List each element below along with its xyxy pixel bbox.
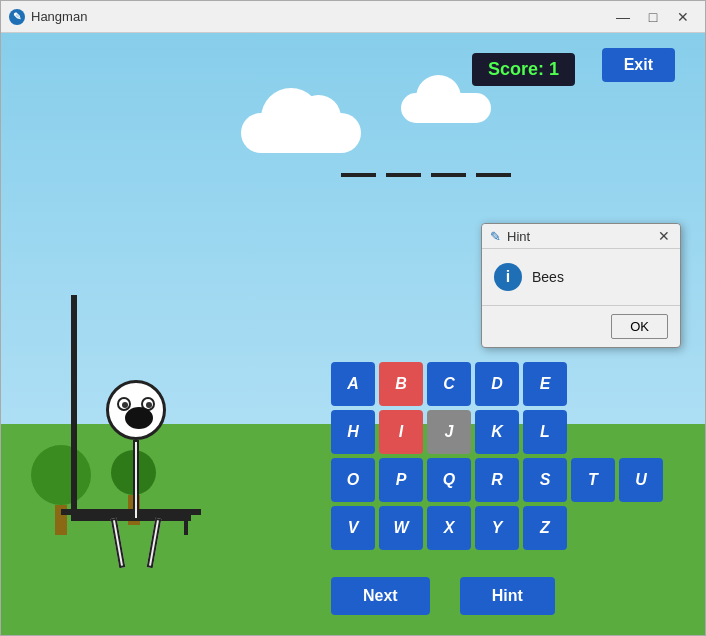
key-row-1: A B C D E [331,362,663,406]
key-U[interactable]: U [619,458,663,502]
hint-dialog-title: Hint [507,229,656,244]
hint-button[interactable]: Hint [460,577,555,615]
close-button[interactable]: ✕ [669,6,697,28]
key-J[interactable]: J [427,410,471,454]
keyboard: A B C D E H I J K L O P Q R S T [331,362,663,550]
key-row-3: O P Q R S T U [331,458,663,502]
key-V[interactable]: V [331,506,375,550]
key-R[interactable]: R [475,458,519,502]
exit-button[interactable]: Exit [602,48,675,82]
window-controls: — □ ✕ [609,6,697,28]
key-D[interactable]: D [475,362,519,406]
key-T[interactable]: T [571,458,615,502]
app-icon: ✎ [9,9,25,25]
score-display: Score: 1 [472,53,575,86]
maximize-button[interactable]: □ [639,6,667,28]
key-E[interactable]: E [523,362,567,406]
minimize-button[interactable]: — [609,6,637,28]
gallows-vertical-pole [71,295,77,515]
hint-dialog-close[interactable]: ✕ [656,228,672,244]
hint-dialog: ✎ Hint ✕ i Bees OK [481,223,681,348]
key-I[interactable]: I [379,410,423,454]
hint-content: Bees [532,269,564,285]
key-K[interactable]: K [475,410,519,454]
tree-1 [31,445,91,535]
character-shirt [108,447,168,502]
key-Y[interactable]: Y [475,506,519,550]
character-body [133,440,139,520]
title-bar: ✎ Hangman — □ ✕ [1,1,705,33]
next-button[interactable]: Next [331,577,430,615]
hint-ok-button[interactable]: OK [611,314,668,339]
key-A[interactable]: A [331,362,375,406]
hint-dialog-body: i Bees [482,249,680,305]
action-buttons: Next Hint [331,577,555,615]
word-dash-1 [341,173,376,177]
cloud-1 [241,113,361,153]
word-display [341,173,511,177]
key-row-2: H I J K L [331,410,663,454]
key-H[interactable]: H [331,410,375,454]
key-P[interactable]: P [379,458,423,502]
key-C[interactable]: C [427,362,471,406]
character-head [106,380,166,440]
hint-info-icon: i [494,263,522,291]
word-dash-3 [431,173,466,177]
key-W[interactable]: W [379,506,423,550]
word-dash-2 [386,173,421,177]
game-area: Score: 1 Exit A B C D E H I J K L O [1,33,705,635]
hangman-character [106,380,166,520]
cloud-2 [401,93,491,123]
key-L[interactable]: L [523,410,567,454]
window-title: Hangman [31,9,609,24]
hint-dialog-titlebar: ✎ Hint ✕ [482,224,680,249]
key-Z[interactable]: Z [523,506,567,550]
hint-title-icon: ✎ [490,229,501,244]
hint-dialog-footer: OK [482,305,680,347]
gallows-rope [184,515,188,535]
word-dash-4 [476,173,511,177]
character-mouth [125,407,153,429]
key-S[interactable]: S [523,458,567,502]
key-row-4: V W X Y Z [331,506,663,550]
main-window: ✎ Hangman — □ ✕ [0,0,706,636]
tree-1-top [31,445,91,505]
key-O[interactable]: O [331,458,375,502]
key-X[interactable]: X [427,506,471,550]
key-B[interactable]: B [379,362,423,406]
key-Q[interactable]: Q [427,458,471,502]
